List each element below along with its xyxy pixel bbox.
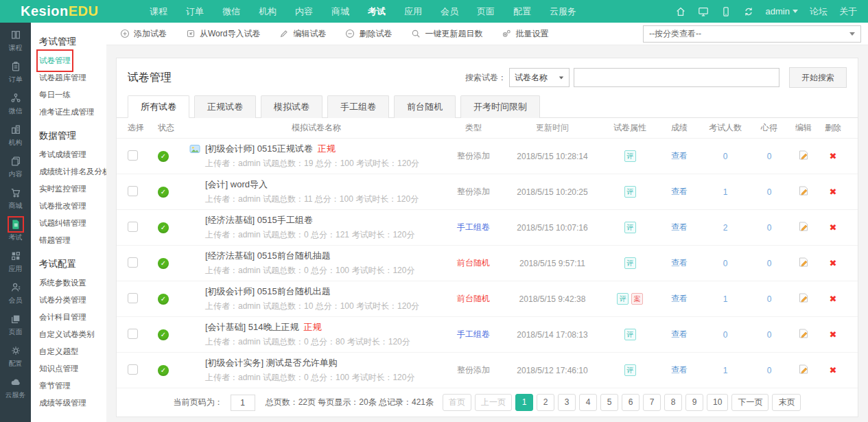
tab[interactable]: 手工组卷 xyxy=(327,95,389,118)
nav-item[interactable]: 商城 xyxy=(331,5,349,18)
view-score-link[interactable]: 查看 xyxy=(671,294,688,303)
row-checkbox[interactable] xyxy=(128,364,138,375)
edit-icon[interactable] xyxy=(788,292,819,305)
delete-icon[interactable]: ✖ xyxy=(830,151,837,161)
about-link[interactable]: 关于 xyxy=(839,5,857,18)
search-input[interactable] xyxy=(574,68,779,87)
nav-item[interactable]: 配置 xyxy=(513,5,531,18)
exam-count[interactable]: 2 xyxy=(700,223,751,233)
row-checkbox[interactable] xyxy=(128,329,138,339)
nav-item[interactable]: 微信 xyxy=(222,5,240,18)
sidebar-item[interactable]: 考试成绩管理 xyxy=(39,146,106,163)
rail-item-org[interactable]: 机构 xyxy=(0,120,31,152)
sidebar-item[interactable]: 自定义题型 xyxy=(39,343,106,360)
prev-page-button[interactable]: 上一页 xyxy=(475,394,512,411)
rail-item-mall[interactable]: 商城 xyxy=(0,183,31,215)
notes-count[interactable]: 0 xyxy=(751,366,788,375)
nav-item[interactable]: 云服务 xyxy=(550,5,576,18)
page-number-button[interactable]: 10 xyxy=(707,394,728,411)
paper-title[interactable]: [初级会计实务] 测试是否允许单购 xyxy=(205,357,338,369)
edit-icon[interactable] xyxy=(788,328,819,341)
notes-count[interactable]: 0 xyxy=(751,152,788,161)
row-checkbox[interactable] xyxy=(128,150,138,161)
forum-link[interactable]: 论坛 xyxy=(810,5,828,18)
exam-count[interactable]: 1 xyxy=(700,294,751,304)
nav-item[interactable]: 应用 xyxy=(404,5,422,18)
edit-icon[interactable] xyxy=(788,257,819,270)
paper-title[interactable]: [初级会计师] 0515正规试卷 xyxy=(205,143,313,155)
nav-item[interactable]: 考试 xyxy=(368,5,386,18)
page-number-button[interactable]: 1 xyxy=(515,394,533,411)
sidebar-item[interactable]: 试卷管理 xyxy=(39,52,106,69)
view-score-link[interactable]: 查看 xyxy=(671,222,688,232)
paper-title[interactable]: [初级会计师] 0515前台随机出题 xyxy=(205,285,331,298)
next-page-button[interactable]: 下一页 xyxy=(731,394,769,411)
edit-icon[interactable] xyxy=(788,185,819,198)
sidebar-item[interactable]: 试卷批改管理 xyxy=(39,198,106,215)
home-icon[interactable] xyxy=(675,6,686,17)
row-checkbox[interactable] xyxy=(128,186,138,196)
row-checkbox[interactable] xyxy=(128,293,138,303)
sidebar-item[interactable]: 实时监控管理 xyxy=(39,180,106,198)
exam-count[interactable]: 0 xyxy=(700,259,751,268)
paper-title[interactable]: [会计] word导入 xyxy=(205,178,268,191)
notes-count[interactable]: 0 xyxy=(751,223,788,233)
exam-count[interactable]: 0 xyxy=(700,330,751,340)
rail-item-wechat[interactable]: 微信 xyxy=(0,89,31,120)
tab[interactable]: 前台随机 xyxy=(394,95,456,118)
delete-icon[interactable]: ✖ xyxy=(830,294,837,304)
rail-item-members[interactable]: 会员 xyxy=(0,278,31,309)
sidebar-item[interactable]: 章节管理 xyxy=(39,377,106,395)
row-checkbox[interactable] xyxy=(128,257,138,268)
sidebar-item[interactable]: 知识点管理 xyxy=(39,360,106,377)
notes-count[interactable]: 0 xyxy=(751,259,788,268)
search-button[interactable]: 开始搜索 xyxy=(789,67,847,88)
brand-logo[interactable]: KesionEDU xyxy=(0,3,117,19)
monitor-icon[interactable] xyxy=(698,6,709,17)
view-score-link[interactable]: 查看 xyxy=(671,151,688,161)
page-number-button[interactable]: 3 xyxy=(558,394,576,411)
first-page-button[interactable]: 首页 xyxy=(443,394,471,411)
edit-icon[interactable] xyxy=(788,150,819,163)
add-paper-button[interactable]: 添加试卷 xyxy=(120,28,167,40)
page-number-button[interactable]: 6 xyxy=(622,394,640,411)
page-number-button[interactable]: 5 xyxy=(600,394,618,411)
delete-paper-button[interactable]: 删除试卷 xyxy=(345,28,392,40)
sidebar-item[interactable]: 试题纠错管理 xyxy=(39,215,106,232)
rail-item-courses[interactable]: 课程 xyxy=(0,25,31,57)
sidebar-item[interactable]: 成绩等级管理 xyxy=(39,395,106,412)
sidebar-item[interactable]: 会计科目管理 xyxy=(39,309,106,326)
rail-item-cloud[interactable]: 云服务 xyxy=(0,373,31,404)
last-page-button[interactable]: 末页 xyxy=(772,394,801,411)
delete-icon[interactable]: ✖ xyxy=(830,187,837,197)
view-score-link[interactable]: 查看 xyxy=(671,258,688,268)
rail-item-config[interactable]: 配置 xyxy=(0,341,31,373)
sidebar-item[interactable]: 每日一练 xyxy=(39,86,106,104)
sidebar-item[interactable]: 系统参数设置 xyxy=(39,274,106,292)
nav-item[interactable]: 订单 xyxy=(186,5,204,18)
category-filter-select[interactable]: --按分类查看-- xyxy=(643,25,861,43)
edit-icon[interactable] xyxy=(788,364,819,377)
edit-paper-button[interactable]: 编辑试卷 xyxy=(279,28,326,40)
sidebar-item[interactable]: 试卷分类管理 xyxy=(39,292,106,309)
sidebar-item[interactable]: 准考证生成管理 xyxy=(39,104,106,121)
exam-count[interactable]: 1 xyxy=(700,187,751,197)
update-count-button[interactable]: 一键更新题目数 xyxy=(411,28,482,40)
row-checkbox[interactable] xyxy=(128,222,138,232)
sidebar-item[interactable]: 错题管理 xyxy=(39,232,106,249)
delete-icon[interactable]: ✖ xyxy=(830,365,837,375)
nav-item[interactable]: 页面 xyxy=(477,5,495,18)
nav-item[interactable]: 内容 xyxy=(295,5,313,18)
search-field-select[interactable]: 试卷名称 xyxy=(509,68,570,87)
rail-item-orders[interactable]: 订单 xyxy=(0,57,31,89)
batch-settings-button[interactable]: 批量设置 xyxy=(502,28,548,40)
page-number-button[interactable]: 9 xyxy=(685,394,703,411)
sidebar-item[interactable]: 试卷题库管理 xyxy=(39,69,106,86)
tab[interactable]: 所有试卷 xyxy=(128,95,189,118)
notes-count[interactable]: 0 xyxy=(751,187,788,197)
nav-item[interactable]: 机构 xyxy=(259,5,277,18)
view-score-link[interactable]: 查看 xyxy=(671,329,688,339)
nav-item[interactable]: 会员 xyxy=(441,5,458,18)
view-score-link[interactable]: 查看 xyxy=(671,187,688,196)
tab[interactable]: 正规试卷 xyxy=(194,95,256,118)
